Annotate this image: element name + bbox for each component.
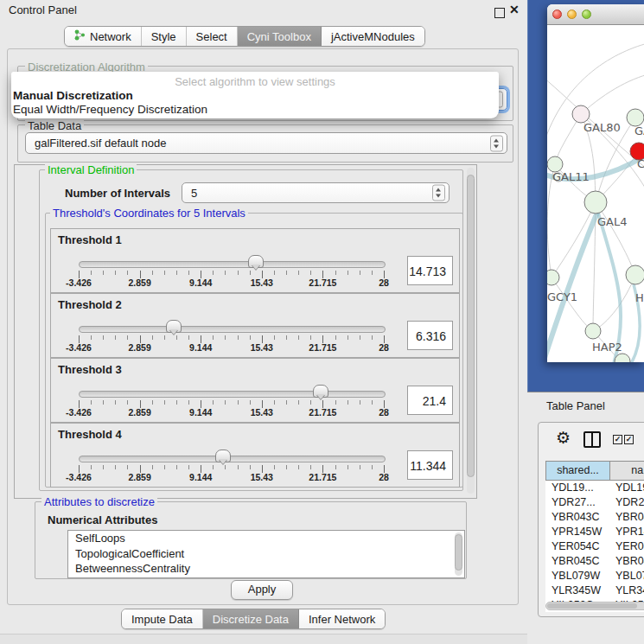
panel-title: Control Panel [9, 3, 77, 16]
apply-button[interactable]: Apply [231, 580, 293, 600]
tab-select[interactable]: Select [187, 27, 238, 46]
node-label: GCY1 [547, 290, 577, 303]
table-data-combobox[interactable]: galFiltered.sif default node [25, 132, 507, 154]
node-labels: GAL80 GA C GAL11 GAL4 GCY1 H HAP2 [547, 121, 644, 354]
attributes-list: SelfLoops TopologicalCoefficient Between… [67, 530, 465, 578]
tab-impute-data[interactable]: Impute Data [122, 609, 203, 628]
table-row[interactable]: YDL19...YDL19... [545, 481, 644, 495]
threshold-value-field[interactable]: 21.4 [407, 386, 453, 415]
gear-icon[interactable]: ⚙ [556, 428, 571, 448]
threshold-row-3: Threshold 3 -3.426 2.859 9.144 15.43 21.… [50, 358, 460, 423]
network-window-titlebar[interactable] [547, 4, 644, 25]
float-window-icon[interactable] [494, 8, 505, 18]
node-gal80[interactable] [572, 105, 590, 123]
node-gcy1[interactable] [547, 270, 559, 285]
tick-label: 2.859 [128, 277, 150, 288]
threshold-value-field[interactable]: 11.344 [407, 450, 453, 480]
threshold-label: Threshold 3 [58, 363, 122, 376]
tick-label: 28 [379, 277, 389, 288]
slider-track[interactable] [79, 261, 386, 268]
list-item[interactable]: BetweennessCentrality [68, 561, 464, 577]
table-row[interactable]: YDR27...YDR27... [545, 495, 644, 510]
list-scrollbar-thumb[interactable] [455, 534, 462, 571]
vertical-scrollbar-thumb[interactable] [467, 175, 475, 477]
table-data-value: galFiltered.sif default node [35, 137, 166, 150]
network-window: GAL80 GA C GAL11 GAL4 GCY1 H HAP2 [547, 4, 644, 362]
dropdown-option-equal-width[interactable]: Equal Width/Frequency Discretization [13, 103, 207, 116]
network-canvas[interactable]: GAL80 GA C GAL11 GAL4 GCY1 H HAP2 [547, 25, 644, 362]
node-hap2[interactable] [585, 323, 601, 339]
slider-thumb[interactable] [248, 255, 264, 268]
column-header-shared-name[interactable]: shared... [545, 461, 610, 481]
num-intervals-combobox[interactable]: 5 [182, 182, 450, 203]
minimize-traffic-light-icon[interactable] [567, 10, 577, 19]
combo-stepper-icon[interactable] [432, 185, 445, 201]
close-traffic-light-icon[interactable] [552, 10, 562, 19]
tab-style[interactable]: Style [142, 27, 187, 46]
horizontal-scrollbar[interactable] [545, 602, 644, 610]
combo-stepper-icon[interactable] [490, 135, 503, 151]
slider-thumb[interactable] [166, 320, 182, 333]
table-row[interactable]: YBR043CYBR043C [545, 510, 644, 525]
tab-network[interactable]: Network [65, 27, 142, 46]
vertical-scrollbar[interactable] [467, 168, 475, 494]
threshold-label: Threshold 1 [58, 233, 122, 246]
threshold-row-2: Threshold 2 -3.426 2.859 9.144 15.43 21.… [50, 293, 460, 358]
table-body: YDL19...YDL19... YDR27...YDR27... YBR043… [545, 481, 644, 612]
slider-track[interactable] [79, 326, 386, 333]
screen: { "cp": { "title": "Control Panel", "clo… [0, 0, 644, 644]
horizontal-scrollbar-thumb[interactable] [547, 603, 637, 609]
checkbox-icon[interactable]: ✓ [613, 435, 622, 444]
threshold-label: Threshold 2 [58, 298, 122, 311]
close-icon[interactable]: ✕ [509, 3, 520, 16]
list-item[interactable]: SelfLoops [68, 531, 464, 546]
tick-label: -3.426 [66, 277, 92, 288]
table-row[interactable]: YPR145WYPR145W [545, 525, 644, 539]
slider-track[interactable] [79, 456, 386, 462]
bottom-tab-bar: Impute Data Discretize Data Infer Networ… [121, 609, 386, 629]
bottom-strip [0, 634, 527, 644]
tab-discretize-data[interactable]: Discretize Data [203, 609, 299, 628]
node-gal4[interactable] [584, 191, 607, 214]
dropdown-prompt: Select algorithm to view settings [11, 75, 499, 88]
algorithm-dropdown: Select algorithm to view settings Manual… [11, 72, 499, 118]
tab-jactivemnodules[interactable]: jActiveMNodules [322, 27, 424, 46]
threshold-value-field[interactable]: 6.316 [407, 321, 453, 350]
table-panel: Table Panel ⚙ ✓ ✓ shared... na... YDL19.… [527, 392, 644, 644]
columns-icon[interactable] [583, 431, 601, 448]
tab-cyni-toolbox[interactable]: Cyni Toolbox [238, 27, 322, 46]
network-icon [74, 29, 86, 43]
control-panel: Control Panel ✕ Network Style Select Cyn… [0, 0, 527, 644]
num-intervals-label: Number of Intervals [65, 187, 170, 200]
table-data-group: Table Data galFiltered.sif default node [17, 124, 513, 163]
list-item[interactable]: TopologicalCoefficient [68, 546, 464, 562]
node-label: GAL4 [597, 215, 627, 228]
table-panel-container: ⚙ ✓ ✓ shared... na... YDL19...YDL19... Y… [538, 422, 644, 617]
node-ga[interactable] [627, 109, 644, 126]
network-nodes[interactable] [547, 105, 644, 362]
num-intervals-value: 5 [191, 187, 197, 200]
tick-label: 15.43 [251, 277, 273, 288]
table-row[interactable]: YBL079WYBL079W [545, 569, 644, 583]
tab-infer-network[interactable]: Infer Network [299, 609, 385, 628]
checkbox-icon[interactable]: ✓ [624, 435, 634, 444]
table-row[interactable]: YBR045CYBR045C [545, 554, 644, 569]
table-row[interactable]: YER054CYER054C [545, 539, 644, 554]
attributes-group-title: Attributes to discretize [41, 495, 157, 508]
list-scrollbar[interactable] [455, 532, 462, 576]
column-header-name[interactable]: na... [609, 461, 644, 481]
numerical-attributes-label: Numerical Attributes [48, 513, 157, 526]
tick-label: 21.715 [309, 277, 336, 288]
slider-thumb[interactable] [215, 450, 231, 462]
dropdown-option-manual[interactable]: Manual Discretization [13, 89, 133, 102]
node-h[interactable] [626, 265, 644, 284]
table-row[interactable]: YLR345WYLR345W [545, 583, 644, 598]
slider-track[interactable] [79, 391, 386, 398]
slider-thumb[interactable] [313, 385, 328, 398]
desktop-background: GAL80 GA C GAL11 GAL4 GCY1 H HAP2 [527, 0, 644, 392]
threshold-value-field[interactable]: 14.713 [407, 256, 453, 285]
node-label: HAP2 [592, 341, 622, 354]
tick-label: 9.144 [189, 277, 212, 288]
zoom-traffic-light-icon[interactable] [582, 10, 591, 19]
tab-label: Network [90, 30, 131, 43]
